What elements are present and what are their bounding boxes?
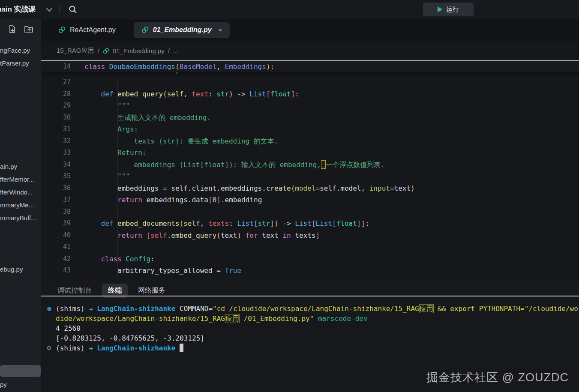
terminal[interactable]: (shims) → LangChain-shizhanke COMMAND="c…	[41, 304, 579, 353]
unicode-highlight-box	[321, 160, 326, 169]
terminal-status-ring	[47, 346, 51, 350]
project-title[interactable]: LangChain 实战课	[0, 4, 44, 15]
line-number: 28	[41, 88, 71, 100]
breadcrumb-separator: /	[98, 47, 99, 54]
code-line[interactable]: 29 """	[41, 100, 579, 112]
breadcrumb: 15_RAG应用 / 01_Embedding.py / ...	[41, 41, 579, 60]
run-label: 运行	[446, 6, 459, 14]
code-line[interactable]: 41	[41, 241, 579, 253]
code-line[interactable]: 40 return [self.embed_query(text) for te…	[41, 230, 579, 242]
chain-icon	[58, 26, 66, 33]
code-line[interactable]: 31 Args:	[41, 123, 579, 135]
line-number: 14	[41, 61, 71, 73]
top-bar: LangChain 实战课 运行	[0, 0, 579, 19]
line-number: 34	[41, 159, 71, 171]
chain-icon	[141, 26, 149, 33]
tab-01-embedding[interactable]: 01_Embedding.py ×	[134, 22, 230, 38]
editor-tab-bar: ReActAgent.py 01_Embedding.py ×	[41, 19, 579, 41]
file-item[interactable]: fferWindo...	[0, 188, 41, 197]
watermark: 掘金技术社区 @ ZOUZDC	[426, 370, 569, 385]
breadcrumb-file[interactable]: 01_Embedding.py	[113, 47, 165, 54]
terminal-line: (shims) → LangChain-shizhanke	[41, 343, 579, 353]
line-number: 27	[41, 76, 71, 88]
line-number: 35	[41, 171, 71, 183]
tab-label: ReActAgent.py	[70, 26, 116, 34]
terminal-line: (shims) → LangChain-shizhanke COMMAND="c…	[41, 304, 579, 314]
new-folder-button[interactable]	[24, 25, 33, 33]
file-item[interactable]: ebug.py	[0, 265, 41, 274]
code-line[interactable]: 28 def embed_query(self, text: str) -> L…	[41, 88, 579, 100]
code-line[interactable]: 36 embeddings = self.client.embeddings.c…	[41, 183, 579, 195]
chain-icon	[103, 48, 109, 54]
code-line[interactable]: 43 arbitrary_types_allowed = True	[41, 265, 579, 277]
tab-reactagent[interactable]: ReActAgent.py	[51, 22, 123, 38]
code-line[interactable]: 14class DoubaoEmbeddings(BaseModel, Embe…	[41, 61, 579, 73]
code-line[interactable]: 38	[41, 206, 579, 218]
tab-label: 01_Embedding.py	[153, 26, 212, 34]
file-item[interactable]: ngFace.py	[0, 46, 41, 55]
line-number: 38	[41, 206, 71, 218]
sticky-scroll-line[interactable]: 14class DoubaoEmbeddings(BaseModel, Embe…	[41, 60, 579, 72]
line-number: 29	[41, 100, 71, 112]
chevron-down-icon[interactable]	[46, 6, 52, 12]
terminal-line: 4 2560	[41, 323, 579, 333]
terminal-status-dot	[47, 307, 51, 311]
breadcrumb-more[interactable]: ...	[173, 47, 179, 54]
code-editor[interactable]: 14class DoubaoEmbeddings(BaseModel, Embe…	[41, 60, 579, 277]
line-number: 32	[41, 135, 71, 147]
code-line[interactable]: 33 Return:	[41, 147, 579, 159]
code-line[interactable]: 34 embeddings (List[float]): 输入文本的 embed…	[41, 159, 579, 171]
line-number: 33	[41, 147, 71, 159]
play-icon	[438, 6, 442, 12]
line-number: 40	[41, 230, 71, 242]
line-number: 37	[41, 194, 71, 206]
file-item[interactable]: py	[0, 380, 41, 389]
explorer-scrollbar-thumb[interactable]	[0, 365, 41, 377]
file-item[interactable]: mmaryMe...	[0, 200, 41, 210]
line-number: 30	[41, 112, 71, 124]
line-number: 31	[41, 123, 71, 135]
terminal-cursor	[180, 344, 183, 352]
close-tab-icon[interactable]: ×	[219, 26, 222, 33]
panel-tab-bar: 调试控制台 终端 网络服务	[41, 278, 579, 300]
clipped-code-line: ,	[41, 72, 579, 76]
file-item[interactable]: ain.py	[0, 162, 41, 171]
run-button[interactable]: 运行	[423, 3, 474, 16]
indent-guide	[101, 77, 101, 277]
line-number: 36	[41, 183, 71, 195]
code-line[interactable]: 27	[41, 76, 579, 88]
code-line[interactable]: 32 texts (str): 要生成 embedding 的文本.	[41, 135, 579, 147]
line-number: 39	[41, 218, 71, 230]
terminal-line: dide/workspace/LangChain-shizhanke/15_RA…	[41, 314, 579, 323]
code-line[interactable]: 39 def embed_documents(self, texts: List…	[41, 218, 579, 230]
breadcrumb-separator: /	[168, 47, 170, 54]
search-button[interactable]	[66, 3, 79, 16]
file-item[interactable]: mmaryBuff...	[0, 213, 41, 223]
code-line[interactable]: 30 生成输入文本的 embedding.	[41, 112, 579, 124]
search-icon	[68, 5, 78, 14]
terminal-line: [-0.8203125, -0.84765625, -3.203125]	[41, 333, 579, 343]
divider	[59, 6, 60, 13]
file-item[interactable]: fferMemor...	[0, 175, 41, 184]
code-line[interactable]: 35 """	[41, 171, 579, 183]
line-number: 42	[41, 253, 71, 265]
breadcrumb-folder[interactable]: 15_RAG应用	[57, 47, 94, 55]
indent-guide	[117, 77, 118, 277]
file-explorer[interactable]: ngFace.pytParser.pyain.pyfferMemor...ffe…	[0, 19, 41, 392]
line-number: 41	[41, 241, 71, 253]
ide-window: LangChain 实战课 运行	[0, 0, 579, 392]
panel-resize-handle[interactable]	[41, 296, 579, 296]
file-item[interactable]: tParser.py	[0, 59, 41, 68]
line-number: 43	[41, 265, 71, 277]
code-line[interactable]: 37 return embeddings.data[0].embedding	[41, 194, 579, 206]
code-line[interactable]: 42 class Config:	[41, 253, 579, 265]
new-file-button[interactable]	[8, 25, 16, 33]
